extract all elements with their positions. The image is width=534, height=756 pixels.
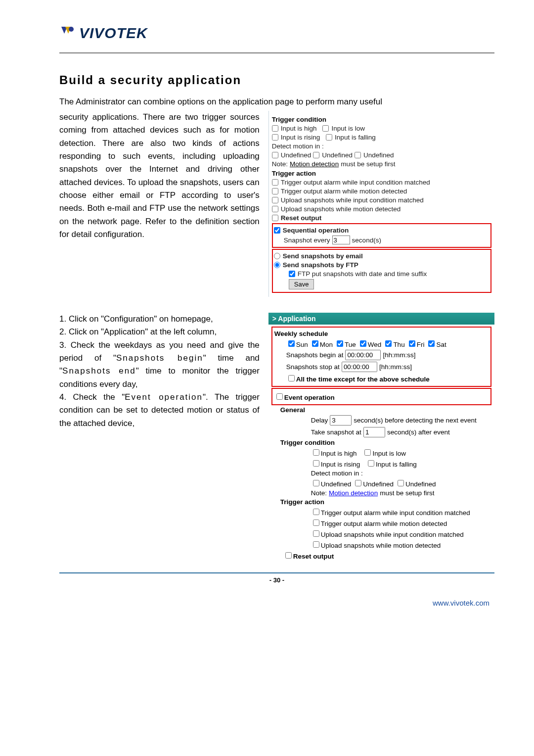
- application-titlebar: > Application: [268, 313, 494, 325]
- day-sun[interactable]: Sun: [286, 339, 308, 348]
- trigger-condition-label-2: Trigger condition: [280, 439, 491, 446]
- sequential-operation-highlight: Sequential operation Snapshot every seco…: [272, 223, 491, 248]
- trigger-condition-label: Trigger condition: [272, 116, 491, 123]
- event-op-checkbox[interactable]: Event operation: [274, 392, 335, 401]
- logo-text: VIVOTEK: [79, 25, 148, 42]
- p2-detect-motion-label: Detect motion in :: [311, 470, 491, 477]
- hhmmss-label-1: [hh:mm:ss]: [383, 351, 415, 359]
- p2-motion-detection-link[interactable]: Motion detection: [329, 489, 378, 497]
- day-wed[interactable]: Wed: [358, 339, 382, 348]
- footer-divider: [59, 572, 494, 573]
- motion-note: Note: Motion detection must be setup fir…: [272, 160, 491, 168]
- p2-ta1-checkbox[interactable]: Trigger output alarm while input conditi…: [311, 507, 470, 517]
- step-2: 2. Click on "Application" at the left co…: [59, 326, 260, 338]
- ftp-suffix-checkbox[interactable]: FTP put snapshots with date and time suf…: [289, 270, 427, 278]
- ta2-checkbox[interactable]: Trigger output alarm while motion detect…: [272, 188, 407, 195]
- page-number: - 30 -: [59, 576, 494, 584]
- header-divider: [59, 52, 494, 53]
- svg-point-2: [69, 27, 74, 32]
- snap-stop-label: Snapshots stop at: [286, 363, 340, 371]
- send-email-radio[interactable]: Send snapshots by email: [274, 252, 363, 260]
- undef3-checkbox[interactable]: Undefined: [355, 151, 394, 159]
- day-thu[interactable]: Thu: [383, 339, 404, 348]
- p2-input-falling-checkbox[interactable]: Input is falling: [366, 459, 417, 468]
- save-button[interactable]: Save: [289, 279, 314, 289]
- section-heading: Build a security application: [59, 73, 494, 87]
- day-sat[interactable]: Sat: [426, 339, 446, 348]
- detect-motion-label: Detect motion in :: [272, 142, 491, 150]
- snap-begin-input[interactable]: [345, 350, 381, 360]
- step-3: 3. Check the weekdays as you need and gi…: [59, 339, 260, 391]
- weekly-schedule-highlight: Weekly schedule Sun Mon Tue Wed Thu Fri …: [271, 327, 491, 387]
- p2-input-high-checkbox[interactable]: Input is high: [311, 448, 357, 457]
- send-method-highlight: Send snapshots by email Send snapshots b…: [272, 249, 491, 293]
- general-label: General: [280, 406, 491, 414]
- delay-input[interactable]: [330, 415, 352, 425]
- p2-undef3-checkbox[interactable]: Undefined: [396, 478, 436, 488]
- p2-input-rising-checkbox[interactable]: Input is rising: [311, 459, 360, 468]
- day-mon[interactable]: Mon: [310, 339, 333, 348]
- take-label-a: Take snapshot at: [311, 428, 361, 436]
- trigger-action-label: Trigger action: [272, 170, 491, 177]
- input-high-checkbox[interactable]: Input is high: [272, 125, 317, 132]
- weekly-schedule-label: Weekly schedule: [274, 330, 489, 337]
- snap-stop-input[interactable]: [342, 362, 377, 372]
- hhmmss-label-2: [hh:mm:ss]: [379, 363, 412, 371]
- logo: VIVOTEK: [59, 25, 494, 44]
- seq-op-checkbox[interactable]: Sequential operation: [274, 227, 349, 234]
- input-rising-checkbox[interactable]: Input is rising: [272, 134, 320, 141]
- send-ftp-radio[interactable]: Send snapshots by FTP: [274, 261, 358, 269]
- site-url: www.vivotek.com: [59, 599, 494, 607]
- p2-ta4-checkbox[interactable]: Upload snapshots while motion detected: [311, 540, 441, 549]
- undef1-checkbox[interactable]: Undefined: [272, 151, 312, 159]
- body-paragraph-1: security applications. There are two tri…: [59, 111, 260, 241]
- trigger-action-label-2: Trigger action: [280, 498, 491, 506]
- input-falling-checkbox[interactable]: Input is falling: [326, 134, 376, 141]
- snap-every-label-a: Snapshot every: [284, 236, 330, 244]
- trigger-panel: Trigger condition Input is high Input is…: [268, 111, 494, 297]
- p2-reset-output-checkbox[interactable]: Reset output: [283, 551, 334, 560]
- take-label-b: second(s) after event: [387, 428, 450, 436]
- step-4: 4. Check the "Event operation". The trig…: [59, 391, 260, 430]
- day-tue[interactable]: Tue: [335, 339, 356, 348]
- take-input[interactable]: [363, 427, 385, 437]
- motion-detection-link[interactable]: Motion detection: [290, 160, 339, 168]
- application-panel: > Application Weekly schedule Sun Mon Tu…: [268, 313, 494, 564]
- snap-every-label-b: second(s): [352, 236, 381, 244]
- snap-every-input[interactable]: [332, 236, 350, 244]
- ta3-checkbox[interactable]: Upload snapshots while input condition m…: [272, 196, 424, 204]
- p2-input-low-checkbox[interactable]: Input is low: [362, 448, 406, 457]
- step-1: 1. Click on "Configuration" on homepage,: [59, 313, 260, 326]
- day-fri[interactable]: Fri: [407, 339, 425, 348]
- p2-ta3-checkbox[interactable]: Upload snapshots while input condition m…: [311, 529, 464, 538]
- lead-sentence: The Administrator can combine options on…: [59, 97, 494, 107]
- reset-output-checkbox[interactable]: Reset output: [272, 214, 322, 222]
- ta1-checkbox[interactable]: Trigger output alarm while input conditi…: [272, 179, 430, 186]
- input-low-checkbox[interactable]: Input is low: [322, 125, 365, 132]
- p2-undef2-checkbox[interactable]: Undefined: [353, 478, 394, 488]
- snap-begin-label: Snapshots begin at: [286, 351, 344, 359]
- ta4-checkbox[interactable]: Upload snapshots while motion detected: [272, 205, 400, 213]
- p2-motion-note: Note: Motion detection must be setup fir…: [311, 489, 491, 497]
- all-time-checkbox[interactable]: All the time except for the above schedu…: [286, 374, 430, 383]
- event-op-highlight: Event operation: [271, 388, 491, 405]
- undef2-checkbox[interactable]: Undefined: [313, 151, 353, 159]
- delay-label-b: second(s) before detecting the next even…: [354, 417, 476, 424]
- p2-ta2-checkbox[interactable]: Trigger output alarm while motion detect…: [311, 518, 447, 527]
- p2-undef1-checkbox[interactable]: Undefined: [311, 478, 352, 488]
- delay-label-a: Delay: [311, 417, 328, 424]
